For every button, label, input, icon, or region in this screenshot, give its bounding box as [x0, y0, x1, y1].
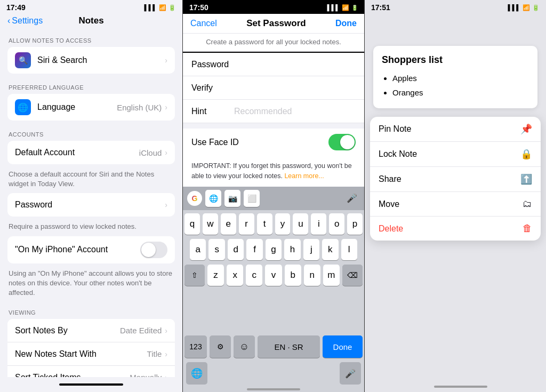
cancel-button[interactable]: Cancel — [190, 19, 217, 28]
verify-input[interactable] — [234, 83, 356, 93]
key-v[interactable]: v — [265, 265, 282, 286]
chevron-icon: › — [165, 373, 167, 377]
delete-button[interactable]: Delete 🗑 — [370, 217, 541, 241]
google-button[interactable]: G — [187, 191, 202, 206]
key-delete[interactable]: ⌫ — [342, 265, 363, 286]
key-shift[interactable]: ⇧ — [184, 265, 205, 286]
new-notes-row[interactable]: New Notes Start With Title › — [7, 342, 175, 366]
face-id-toggle[interactable] — [328, 134, 356, 150]
sort-ticked-row[interactable]: Sort Ticked Items Manually › — [7, 366, 175, 377]
key-u[interactable]: u — [293, 213, 308, 235]
on-my-iphone-row[interactable]: "On My iPhone" Account — [7, 236, 175, 263]
language-label: Language — [37, 102, 117, 112]
password-input[interactable] — [234, 60, 356, 69]
keyboard-bottom-row: 123 ⚙ ☺ EN · SR Done — [183, 335, 364, 361]
sort-notes-row[interactable]: Sort Notes By Date Edited › — [7, 319, 175, 342]
key-space[interactable]: EN · SR — [258, 335, 320, 358]
list-item: Apples — [392, 71, 529, 85]
back-label: Settings — [12, 16, 43, 26]
keyboard-done-button[interactable]: Done — [323, 335, 363, 358]
key-t[interactable]: t — [257, 213, 272, 235]
keyboard-area: G 🌐 📷 ⬜ 🎤 q w e r t y u i o p a s — [183, 187, 364, 389]
key-w[interactable]: w — [203, 213, 218, 235]
key-j[interactable]: j — [303, 239, 319, 260]
password-field-row: Password — [183, 53, 364, 76]
key-d[interactable]: d — [228, 239, 244, 260]
key-q[interactable]: q — [184, 213, 200, 235]
status-icons-1: ▌▌▌ 📶 🔋 — [144, 4, 176, 11]
new-notes-label: New Notes Start With — [15, 349, 147, 359]
siri-search-row[interactable]: 🔍 Siri & Search › — [7, 47, 175, 74]
password-row[interactable]: Password › — [7, 193, 175, 217]
face-id-row[interactable]: Use Face ID — [183, 129, 364, 156]
battery-icon: 🔋 — [532, 4, 540, 11]
key-p[interactable]: p — [347, 213, 363, 235]
key-emoji[interactable]: ☺ — [234, 335, 255, 358]
key-123[interactable]: 123 — [184, 335, 207, 358]
keyboard-mic[interactable]: 🎤 — [344, 190, 360, 207]
home-indicator-3 — [434, 386, 487, 388]
language-group: 🌐 Language English (UK) › — [7, 94, 175, 121]
on-my-iphone-label: "On My iPhone" Account — [15, 245, 140, 254]
key-o[interactable]: o — [329, 213, 344, 235]
done-button[interactable]: Done — [335, 19, 357, 28]
learn-more-link[interactable]: Learn more... — [284, 172, 324, 180]
status-bar-3: 17:51 ▌▌▌ 📶 🔋 — [365, 0, 546, 14]
key-mic[interactable]: 🎤 — [340, 362, 361, 385]
chevron-left-icon: ‹ — [7, 16, 10, 26]
context-menu: Pin Note 📌 Lock Note 🔒 Share ⬆️ Move 🗂 D… — [370, 117, 541, 241]
verify-field-row: Verify — [183, 76, 364, 100]
note-list: Apples Oranges — [382, 71, 529, 100]
key-b[interactable]: b — [285, 265, 301, 286]
page-title: Notes — [78, 15, 103, 26]
password-desc: Require a password to view locked notes. — [0, 220, 182, 236]
key-x[interactable]: x — [227, 265, 243, 286]
default-account-row[interactable]: Default Account iCloud › — [7, 141, 175, 164]
key-c[interactable]: c — [246, 265, 262, 286]
siri-icon: 🔍 — [15, 52, 31, 68]
key-i[interactable]: i — [311, 213, 326, 235]
key-g[interactable]: g — [266, 239, 282, 260]
key-gear[interactable]: ⚙ — [210, 335, 231, 358]
key-h[interactable]: h — [284, 239, 300, 260]
home-indicator — [59, 383, 123, 386]
key-s[interactable]: s — [208, 239, 224, 260]
battery-icon: 🔋 — [168, 4, 176, 11]
sort-notes-value: Date Edited — [120, 326, 162, 335]
lock-note-button[interactable]: Lock Note 🔒 — [370, 142, 541, 167]
key-y[interactable]: y — [275, 213, 291, 235]
password-group: Password › — [7, 193, 175, 217]
sort-ticked-label: Sort Ticked Items — [15, 373, 130, 377]
pin-note-button[interactable]: Pin Note 📌 — [370, 117, 541, 142]
key-k[interactable]: k — [322, 239, 338, 260]
key-n[interactable]: n — [304, 265, 320, 286]
language-value: English (UK) — [117, 103, 162, 112]
key-m[interactable]: m — [323, 265, 340, 286]
delete-icon: 🗑 — [523, 223, 532, 234]
note-title: Shoppers list — [382, 54, 529, 66]
image-tool[interactable]: 📷 — [224, 190, 240, 207]
key-r[interactable]: r — [239, 213, 254, 235]
back-button[interactable]: ‹ Settings — [7, 16, 43, 26]
share-button[interactable]: Share ⬆️ — [370, 167, 541, 192]
chevron-icon: › — [165, 56, 167, 65]
key-globe[interactable]: 🌐 — [186, 362, 207, 385]
move-button[interactable]: Move 🗂 — [370, 192, 541, 217]
key-a[interactable]: a — [190, 239, 206, 260]
key-z[interactable]: z — [207, 265, 224, 286]
hint-field-label: Hint — [191, 107, 234, 116]
settings-scroll[interactable]: ALLOW NOTES TO ACCESS 🔍 Siri & Search › … — [0, 30, 182, 377]
key-f[interactable]: f — [246, 239, 262, 260]
translate-tool[interactable]: 🌐 — [205, 190, 221, 207]
keyboard-rows: q w e r t y u i o p a s d f g h j k l — [183, 210, 364, 336]
on-my-iphone-toggle[interactable] — [140, 242, 167, 258]
wifi-icon: 📶 — [159, 4, 166, 11]
scan-tool[interactable]: ⬜ — [244, 190, 260, 207]
list-item: Oranges — [392, 85, 529, 100]
status-time-2: 17:50 — [189, 3, 208, 12]
verify-field-label: Verify — [191, 83, 234, 93]
chevron-icon: › — [165, 103, 167, 111]
language-row[interactable]: 🌐 Language English (UK) › — [7, 94, 175, 121]
key-l[interactable]: l — [341, 239, 357, 260]
key-e[interactable]: e — [221, 213, 236, 235]
